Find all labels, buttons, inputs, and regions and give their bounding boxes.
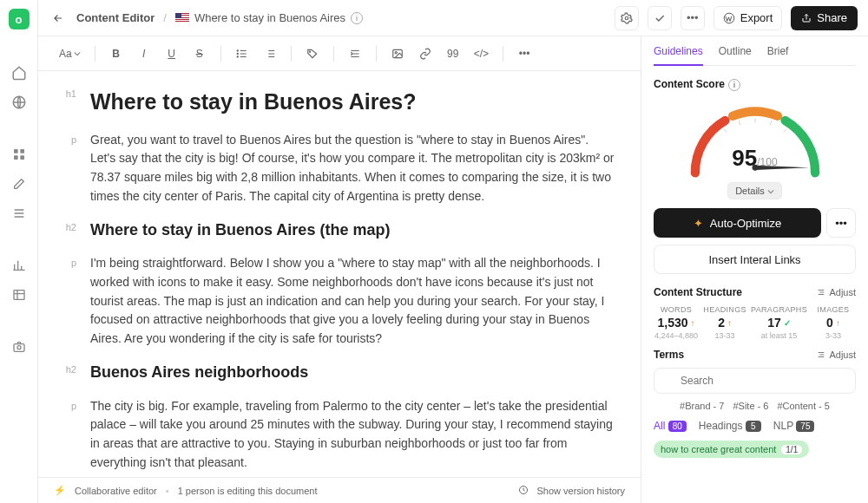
tab-guidelines[interactable]: Guidelines (654, 45, 703, 66)
content-structure-label: Content Structure (654, 286, 742, 298)
link-button[interactable] (415, 43, 436, 64)
quote-button[interactable]: 99 (443, 43, 464, 64)
rail-table-icon[interactable] (10, 286, 28, 304)
doc-paragraph[interactable]: The city is big. For example, traveling … (90, 397, 615, 473)
svg-line-18 (770, 121, 772, 125)
term-tab-nlp[interactable]: NLP 75 (773, 420, 815, 432)
breadcrumb-root[interactable]: Content Editor (76, 11, 155, 24)
svg-line-19 (723, 128, 726, 132)
pill-site[interactable]: #Site - 6 (733, 401, 768, 411)
pill-content[interactable]: #Content - 5 (777, 401, 830, 411)
block-marker: h1 (54, 85, 76, 119)
back-button[interactable] (49, 9, 68, 28)
breadcrumb-title[interactable]: Where to stay in Buenos Aires i (175, 11, 363, 24)
wordpress-icon (723, 12, 735, 24)
bullet-list-button[interactable] (232, 43, 253, 64)
content-score-label: Content Scorei (654, 78, 740, 91)
terms-search-input[interactable] (654, 368, 856, 394)
svg-rect-3 (14, 155, 18, 160)
svg-line-17 (739, 121, 740, 125)
sparkle-icon: ✦ (694, 217, 703, 230)
image-button[interactable] (387, 43, 408, 64)
font-selector[interactable]: Aa (56, 43, 84, 64)
underline-button[interactable]: U (161, 43, 182, 64)
info-icon[interactable]: i (728, 79, 740, 91)
right-panel: Guidelines Outline Brief Content Scorei (641, 36, 868, 503)
svg-rect-2 (20, 149, 24, 154)
adjust-terms-button[interactable]: Adjust (817, 349, 856, 360)
tab-brief[interactable]: Brief (767, 45, 789, 65)
block-marker: p (54, 254, 76, 348)
info-icon[interactable]: i (351, 12, 363, 24)
term-tab-headings[interactable]: Headings 5 (699, 420, 761, 432)
app-logo[interactable]: o (9, 9, 30, 29)
persons-editing-label: 1 person is editing this document (178, 486, 318, 496)
rail-globe-icon[interactable] (10, 94, 28, 111)
strike-button[interactable]: S (189, 43, 210, 64)
rail-camera-icon[interactable] (10, 338, 28, 356)
svg-line-20 (783, 128, 786, 132)
insert-links-button[interactable]: Insert Interal Links (654, 245, 856, 274)
svg-point-11 (237, 53, 238, 54)
term-chip[interactable]: how to create great content1/1 (654, 441, 809, 458)
flag-us-icon (175, 13, 189, 23)
tag-button[interactable] (302, 43, 323, 64)
export-button[interactable]: Export (713, 6, 783, 30)
adjust-structure-button[interactable]: Adjust (817, 287, 856, 297)
approve-button[interactable] (648, 6, 672, 30)
svg-rect-4 (20, 155, 24, 160)
tab-outline[interactable]: Outline (719, 45, 752, 65)
share-button[interactable]: Share (791, 6, 858, 30)
more-button[interactable]: ••• (681, 6, 705, 30)
block-marker: p (54, 131, 76, 206)
rail-chart-icon[interactable] (10, 257, 28, 274)
numbered-list-button[interactable] (260, 43, 280, 64)
svg-point-13 (309, 51, 310, 52)
toolbar-more-button[interactable]: ••• (514, 43, 535, 64)
doc-h1[interactable]: Where to stay in Buenos Aires? (90, 85, 615, 119)
code-button[interactable]: </> (470, 43, 492, 64)
block-marker: h2 (54, 361, 76, 385)
rail-apps-icon[interactable] (10, 146, 28, 163)
doc-paragraph[interactable]: I'm being straightforward. Below I show … (90, 254, 615, 348)
term-tab-all[interactable]: All 80 (654, 420, 687, 432)
document-editor[interactable]: h1Where to stay in Buenos Aires? pGreat,… (38, 71, 641, 477)
term-pills: #Brand - 7 #Site - 6 #Content - 5 (654, 401, 856, 411)
auto-more-button[interactable]: ••• (826, 208, 856, 238)
italic-button[interactable]: I (134, 43, 155, 64)
history-icon (518, 485, 529, 497)
panel-tabs: Guidelines Outline Brief (654, 45, 856, 66)
score-gauge: 95/100 (677, 98, 833, 180)
svg-point-7 (17, 346, 21, 349)
block-marker: h2 (54, 219, 76, 243)
svg-rect-1 (14, 149, 18, 154)
svg-rect-5 (14, 291, 24, 300)
doc-h2[interactable]: Where to stay in Buenos Aires (the map) (90, 219, 615, 243)
pill-brand[interactable]: #Brand - 7 (680, 401, 724, 411)
structure-metrics: WORDS1,530↑4,244–4,880 HEADINGS2↑13-33 P… (654, 305, 856, 340)
score-value: 95 (732, 145, 757, 171)
left-rail: o (0, 0, 38, 503)
version-history-link[interactable]: Show version history (537, 486, 626, 496)
auto-optimize-button[interactable]: ✦Auto-Optimize (654, 208, 821, 238)
rail-list-icon[interactable] (10, 205, 28, 222)
doc-h2[interactable]: Buenos Aires neighborhoods (90, 361, 615, 385)
indent-button[interactable] (345, 43, 365, 64)
term-tabs: All 80 Headings 5 NLP 75 (654, 420, 856, 432)
collab-label: Collaborative editor (75, 486, 157, 496)
breadcrumb-sep: / (163, 11, 167, 24)
doc-paragraph[interactable]: Great, you want to travel to Buenos Aire… (90, 131, 615, 206)
editor-area: Aa B I U S 99 </> (38, 36, 641, 503)
details-button[interactable]: Details (727, 182, 782, 199)
block-marker: p (54, 397, 76, 473)
rail-edit-icon[interactable] (10, 175, 28, 193)
svg-point-12 (237, 56, 238, 56)
svg-rect-6 (14, 344, 24, 352)
score-max: /100 (757, 156, 777, 168)
settings-button[interactable] (615, 6, 639, 30)
rail-home-icon[interactable] (10, 64, 28, 82)
main-column: Content Editor / Where to stay in Buenos… (38, 0, 868, 503)
topbar: Content Editor / Where to stay in Buenos… (38, 0, 868, 36)
svg-point-10 (237, 49, 238, 50)
bold-button[interactable]: B (106, 43, 127, 64)
